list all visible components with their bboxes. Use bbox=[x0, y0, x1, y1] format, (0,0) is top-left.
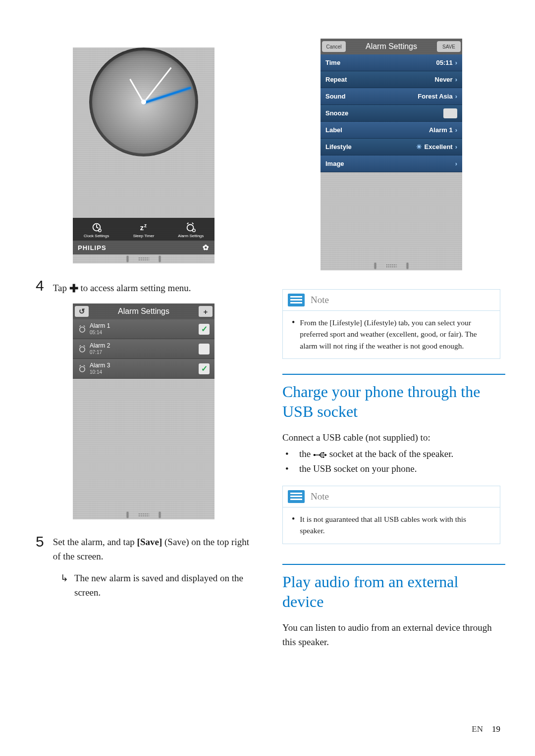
settings-row-time[interactable]: Time05:11› bbox=[321, 54, 462, 71]
usb-intro: Connect a USB cable (not supplied) to: bbox=[282, 430, 500, 445]
step-5-result: ↳ The new alarm is saved and displayed o… bbox=[60, 571, 253, 600]
alarm-list-screenshot: ↺ Alarm Settings + Alarm 105:14 Alarm 20… bbox=[73, 303, 214, 519]
heading-external-audio: Play audio from an external device bbox=[282, 572, 500, 611]
clock-toolbar: Clock Settings zz Sleep Timer Alarm Sett… bbox=[73, 218, 214, 241]
section-rule bbox=[282, 564, 505, 565]
note-icon bbox=[288, 294, 305, 306]
note-usb: Note It is not guaranteed that all USB c… bbox=[282, 486, 500, 544]
alarm-row[interactable]: Alarm 105:14 bbox=[73, 319, 214, 339]
chevron-right-icon: › bbox=[455, 76, 457, 83]
usb-bullet-1: • the socket at the back of the speaker. bbox=[282, 447, 500, 461]
svg-point-11 bbox=[322, 456, 324, 457]
alarm-row[interactable]: Alarm 207:17 bbox=[73, 339, 214, 359]
alarm-toggle-checkbox[interactable] bbox=[199, 344, 210, 354]
svg-text:z: z bbox=[140, 224, 144, 232]
step-number: 5 bbox=[36, 534, 44, 563]
analog-clock-face bbox=[89, 48, 198, 156]
chevron-right-icon: › bbox=[455, 126, 457, 134]
settings-title: Alarm Settings bbox=[347, 42, 435, 51]
step-text: Tap ✚ to access alarm setting menu. bbox=[53, 278, 191, 296]
right-column: Cancel Alarm Settings SAVE Time05:11›Rep… bbox=[282, 39, 500, 651]
note-icon bbox=[288, 490, 305, 503]
alarm-row-icon bbox=[78, 345, 87, 353]
alarm-settings-screenshot: Cancel Alarm Settings SAVE Time05:11›Rep… bbox=[321, 39, 462, 270]
note-text: From the [Lifestyle] (Lifestyle) tab, yo… bbox=[292, 317, 491, 352]
brand-label: PHILIPS bbox=[78, 244, 107, 252]
svg-point-5 bbox=[193, 229, 196, 232]
note-label: Note bbox=[311, 295, 329, 305]
brand-bar: PHILIPS ✿ bbox=[73, 241, 214, 254]
plus-icon: ✚ bbox=[69, 282, 78, 295]
footer-page-number: 19 bbox=[492, 724, 500, 734]
lifestyle-icon: ☀ bbox=[416, 143, 422, 151]
alarm-list-title: Alarm Settings bbox=[91, 307, 197, 316]
settings-row-image[interactable]: Image› bbox=[321, 155, 462, 172]
heading-charge-usb: Charge your phone through the USB socket bbox=[282, 382, 500, 421]
page-footer: EN 19 bbox=[472, 724, 500, 734]
back-button[interactable]: ↺ bbox=[75, 306, 89, 317]
clock-app-screenshot: Clock Settings zz Sleep Timer Alarm Sett… bbox=[73, 48, 214, 263]
grab-handle bbox=[73, 254, 214, 263]
settings-row-sound[interactable]: SoundForest Asia› bbox=[321, 88, 462, 105]
usb-bullets: • the socket at the back of the speaker.… bbox=[282, 447, 500, 476]
settings-row-snooze[interactable]: Snooze bbox=[321, 105, 462, 122]
alarm-toggle-checkbox[interactable] bbox=[199, 324, 210, 335]
step-text: Set the alarm, and tap [Save] (Save) on … bbox=[53, 534, 253, 563]
svg-point-6 bbox=[80, 327, 85, 332]
note-lifestyle: Note From the [Lifestyle] (Lifestyle) ta… bbox=[282, 289, 500, 359]
step-5: 5 Set the alarm, and tap [Save] (Save) o… bbox=[36, 534, 253, 563]
chevron-right-icon: › bbox=[455, 59, 457, 66]
chevron-right-icon: › bbox=[455, 93, 457, 100]
cancel-button[interactable]: Cancel bbox=[322, 41, 346, 52]
clock-hub bbox=[141, 100, 146, 104]
grab-handle bbox=[73, 510, 214, 519]
usb-icon bbox=[313, 449, 327, 459]
gear-icon[interactable]: ✿ bbox=[203, 243, 210, 252]
settings-titlebar: Cancel Alarm Settings SAVE bbox=[321, 39, 462, 54]
add-alarm-button[interactable]: + bbox=[199, 306, 213, 317]
alarm-settings-button[interactable]: Alarm Settings bbox=[167, 218, 214, 241]
settings-row-lifestyle[interactable]: Lifestyle☀Excellent› bbox=[321, 139, 462, 155]
step-number: 4 bbox=[36, 278, 44, 296]
grab-handle bbox=[321, 261, 462, 270]
note-text: It is not guaranteed that all USB cables… bbox=[292, 513, 491, 537]
svg-point-7 bbox=[80, 347, 85, 352]
chevron-right-icon: › bbox=[455, 143, 457, 151]
clock-gear-icon bbox=[90, 222, 104, 233]
result-arrow-icon: ↳ bbox=[60, 571, 68, 600]
snooze-toggle[interactable] bbox=[443, 108, 457, 118]
alarm-gear-icon bbox=[184, 222, 198, 233]
zz-icon: zz bbox=[137, 222, 151, 233]
manual-page: Clock Settings zz Sleep Timer Alarm Sett… bbox=[0, 0, 535, 756]
alarm-list-titlebar: ↺ Alarm Settings + bbox=[73, 303, 214, 319]
alarm-row-icon bbox=[78, 325, 87, 334]
save-button[interactable]: SAVE bbox=[437, 41, 461, 52]
settings-row-label[interactable]: LabelAlarm 1› bbox=[321, 122, 462, 139]
alarm-row-icon bbox=[78, 364, 87, 373]
section-rule bbox=[282, 374, 505, 375]
step-4: 4 Tap ✚ to access alarm setting menu. bbox=[36, 278, 253, 296]
chevron-right-icon: › bbox=[455, 160, 457, 167]
second-hand bbox=[143, 87, 191, 104]
clock-settings-button[interactable]: Clock Settings bbox=[73, 218, 120, 241]
usb-bullet-2: •the USB socket on your phone. bbox=[282, 461, 500, 476]
svg-rect-10 bbox=[323, 452, 324, 454]
alarm-row[interactable]: Alarm 310:14 bbox=[73, 359, 214, 379]
settings-row-repeat[interactable]: RepeatNever› bbox=[321, 71, 462, 88]
svg-point-8 bbox=[80, 366, 85, 372]
left-column: Clock Settings zz Sleep Timer Alarm Sett… bbox=[35, 39, 253, 651]
ext-audio-paragraph: You can listen to audio from an external… bbox=[282, 620, 500, 650]
svg-text:z: z bbox=[144, 223, 147, 228]
alarm-toggle-checkbox[interactable] bbox=[199, 363, 210, 374]
footer-lang: EN bbox=[472, 724, 483, 734]
sleep-timer-button[interactable]: zz Sleep Timer bbox=[120, 218, 167, 241]
note-label: Note bbox=[311, 491, 329, 502]
